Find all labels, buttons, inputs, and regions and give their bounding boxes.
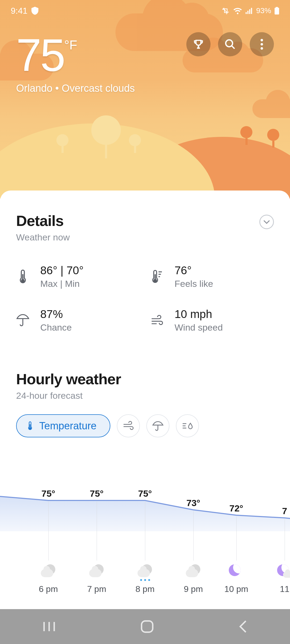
home-button[interactable] [140,620,154,634]
search-button[interactable] [218,32,242,56]
hourly-chart[interactable]: 75°6 pm75°7 pm75°8 pm73°9 pm72°10 pm711 [0,486,290,598]
hour-gridline [97,502,97,561]
hero-illustration: 9:41 93% 75 °F [0,0,290,199]
detail-label: Chance [40,322,72,333]
back-button[interactable] [238,620,248,634]
hour-gridline [285,519,285,561]
svg-point-8 [260,39,263,41]
system-nav-bar [0,609,290,644]
hour-label: 10 pm [212,584,260,594]
status-time: 9:41 [11,6,27,16]
hour-temp-label: 75° [73,488,121,499]
wind-icon [150,312,164,328]
expand-details-button[interactable] [259,215,274,229]
detail-wind: 10 mph Wind speed [150,308,274,333]
tab-label: Temperature [39,420,96,432]
detail-value: 86° | 70° [40,264,84,277]
tab-wind[interactable] [117,414,140,437]
hour-point: 75°6 pm [24,488,73,594]
battery-percent: 93% [256,6,271,15]
location-condition: Orlando • Overcast clouds [16,83,274,94]
recents-button[interactable] [42,620,56,633]
svg-point-6 [226,40,233,47]
hour-gridline [145,502,145,561]
vibrate-icon [222,7,230,14]
location-text: Orlando [16,83,52,94]
hour-gridline [236,516,237,561]
chevron-down-icon [263,220,270,224]
content-card: Details Weather now 86° | 70° Max | Min … [0,191,290,644]
decor-cloud [252,99,290,118]
svg-rect-4 [276,7,278,8]
details-grid: 86° | 70° Max | Min 76° Feels like 87% C… [16,264,274,333]
humidity-icon [182,421,193,431]
signal-icon [245,8,253,14]
achievements-button[interactable] [186,32,211,56]
detail-value: 87% [40,308,72,321]
temp-unit: °F [64,38,77,52]
svg-rect-26 [142,621,153,632]
search-icon [224,38,236,50]
weather-icon [89,563,105,579]
hourly-title: Hourly weather [16,370,274,388]
tab-temperature[interactable]: Temperature [16,414,110,437]
weather-icon [277,563,290,579]
svg-point-10 [260,47,263,50]
umbrella-icon [16,312,30,328]
hour-gridline [48,502,49,561]
battery-icon [274,7,279,14]
hour-temp-label: 75° [121,488,169,499]
hour-point: 711 [260,506,290,594]
wifi-icon [233,7,242,14]
hour-point: 72°10 pm [212,503,260,594]
hourly-subtitle: 24-hour forecast [16,390,274,401]
hourly-tabs: Temperature [16,414,274,437]
hour-label: 6 pm [24,584,73,594]
svg-rect-3 [251,8,252,14]
decor-hills [0,123,290,199]
more-button[interactable] [250,32,274,56]
tab-precipitation[interactable] [146,414,169,437]
hour-temp-label: 75° [24,488,73,499]
thermometer-icon [26,420,34,431]
thermometer-icon [16,269,30,285]
svg-rect-5 [275,8,279,14]
hour-point: 75°8 pm [121,488,169,594]
wind-icon [122,421,134,431]
weather-app-screen: 9:41 93% 75 °F [0,0,290,644]
more-vertical-icon [260,39,263,50]
svg-line-7 [232,46,235,49]
detail-label: Max | Min [40,279,84,289]
condition-text: Overcast clouds [62,83,135,94]
trophy-icon [193,38,204,50]
svg-rect-0 [246,12,247,14]
hour-temp-label: 73° [169,498,218,508]
weather-icon [40,563,56,579]
shield-icon [31,7,38,15]
hour-temp-label: 72° [212,503,260,514]
details-title: Details [16,212,70,229]
detail-chance: 87% Chance [16,308,140,333]
thermometer-lines-icon [150,269,164,285]
svg-rect-1 [247,11,248,14]
hour-point: 73°9 pm [169,498,218,594]
detail-value: 76° [175,264,213,277]
details-subtitle: Weather now [16,232,70,243]
hour-gridline [193,511,194,561]
detail-maxmin: 86° | 70° Max | Min [16,264,140,289]
detail-label: Wind speed [175,322,223,333]
hour-label: 7 pm [73,584,121,594]
weather-icon [185,563,201,579]
umbrella-icon [152,420,164,431]
weather-icon [137,563,153,579]
temp-value: 75 [16,32,64,78]
status-bar: 9:41 93% [0,0,290,21]
hour-point: 75°7 pm [73,488,121,594]
hour-label: 8 pm [121,584,169,594]
detail-value: 10 mph [175,308,223,321]
hour-label: 11 [260,584,290,594]
hour-temp-label: 7 [260,506,290,516]
detail-label: Feels like [175,279,213,289]
tab-humidity[interactable] [176,414,199,437]
svg-rect-2 [249,9,250,14]
